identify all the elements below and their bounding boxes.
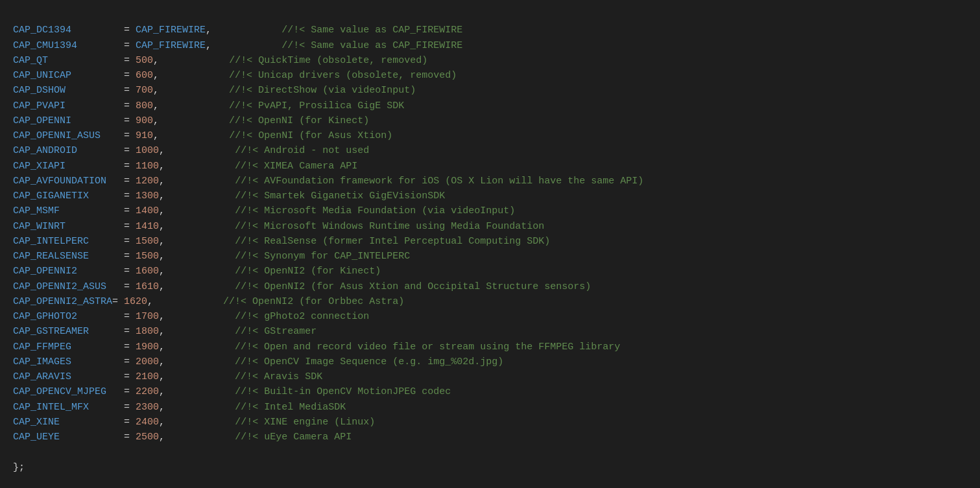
number-value: 910 <box>136 130 153 141</box>
padding <box>66 100 124 111</box>
cap-identifier: CAP_WINRT <box>13 221 66 232</box>
comment-spacing <box>165 371 235 382</box>
comment: //!< Microsoft Media Foundation (via vid… <box>235 205 515 216</box>
operator: = <box>124 386 136 397</box>
comma: , <box>147 296 153 307</box>
comment: //!< Open and record video file or strea… <box>235 342 620 353</box>
cap-identifier: CAP_AVFOUNDATION <box>13 176 106 187</box>
operator: = <box>124 161 136 172</box>
comment: //!< RealSense (former Intel Perceptual … <box>235 236 550 247</box>
number-value: 500 <box>136 55 153 66</box>
comma: , <box>153 115 159 126</box>
number-value: 1100 <box>136 161 159 172</box>
number-value: 1900 <box>136 342 159 353</box>
padding <box>66 161 124 172</box>
cap-identifier: CAP_OPENNI2_ASTRA <box>13 296 112 307</box>
comment-spacing <box>165 145 235 156</box>
comment: //!< Same value as CAP_FIREWIRE <box>281 40 462 51</box>
cap-identifier: CAP_FFMPEG <box>13 342 71 353</box>
cap-identifier: CAP_DC1394 <box>13 25 71 36</box>
comment-spacing <box>165 236 235 247</box>
cap-identifier: CAP_XINE <box>13 417 60 428</box>
number-value: 1610 <box>136 281 159 292</box>
padding <box>71 356 124 367</box>
number-value: 600 <box>136 70 153 81</box>
comment: //!< OpenNI (for Asus Xtion) <box>229 130 392 141</box>
code-line: CAP_OPENCV_MJPEG = 2200, //!< Built-in O… <box>13 384 967 399</box>
comma: , <box>159 191 165 202</box>
cap-identifier: CAP_OPENNI_ASUS <box>13 130 101 141</box>
padding <box>77 266 124 277</box>
comment: //!< Smartek Giganetix GigEVisionSDK <box>235 191 445 202</box>
padding <box>89 251 124 262</box>
comma: , <box>159 251 165 262</box>
comment: //!< PvAPI, Prosilica GigE SDK <box>229 100 404 111</box>
code-line: CAP_OPENNI_ASUS = 910, //!< OpenNI (for … <box>13 128 967 143</box>
comment-spacing <box>165 326 235 337</box>
padding <box>89 191 124 202</box>
comma: , <box>159 145 165 156</box>
comment-spacing <box>159 115 229 126</box>
number-value: 700 <box>136 85 153 96</box>
operator: = <box>124 85 136 96</box>
comment: //!< OpenNI2 (for Kinect) <box>235 266 381 277</box>
number-value: 2200 <box>136 386 159 397</box>
comment: //!< OpenNI2 (for Asus Xtion and Occipit… <box>235 281 591 292</box>
cap-identifier: CAP_DSHOW <box>13 85 66 96</box>
comma: , <box>159 176 165 187</box>
code-line: CAP_QT = 500, //!< QuickTime (obsolete, … <box>13 53 967 68</box>
operator: = <box>124 145 136 156</box>
code-line: CAP_WINRT = 1410, //!< Microsoft Windows… <box>13 219 967 234</box>
operator: = <box>124 281 136 292</box>
code-line: CAP_OPENNI2_ASTRA= 1620, //!< OpenNI2 (f… <box>13 294 967 309</box>
comma: , <box>159 161 165 172</box>
code-line: CAP_INTELPERC = 1500, //!< RealSense (fo… <box>13 234 967 249</box>
operator: = <box>124 311 136 322</box>
comment: //!< AVFoundation framework for iOS (OS … <box>235 176 643 187</box>
number-value: 2000 <box>136 356 159 367</box>
comma: , <box>159 205 165 216</box>
cap-identifier: CAP_QT <box>13 55 48 66</box>
comment: //!< OpenNI (for Kinect) <box>229 115 369 126</box>
comma: , <box>159 221 165 232</box>
operator: = <box>124 100 136 111</box>
comma: , <box>159 326 165 337</box>
comment-spacing <box>165 191 235 202</box>
padding <box>101 130 124 141</box>
comma: , <box>206 25 211 36</box>
code-line: CAP_XIAPI = 1100, //!< XIMEA Camera API <box>13 159 967 174</box>
comment: //!< Intel MediaSDK <box>235 402 346 413</box>
number-value: 1500 <box>136 251 159 262</box>
operator: = <box>124 115 136 126</box>
padding <box>77 311 124 322</box>
operator: = <box>124 251 136 262</box>
code-container: CAP_DC1394 = CAP_FIREWIRE, //!< Same val… <box>13 8 967 488</box>
comment-spacing <box>165 402 235 413</box>
comma: , <box>159 266 165 277</box>
number-value: 900 <box>136 115 153 126</box>
code-line: CAP_OPENNI2_ASUS = 1610, //!< OpenNI2 (f… <box>13 279 967 294</box>
comment: //!< OpenCV Image Sequence (e.g. img_%02… <box>235 356 503 367</box>
code-line: CAP_OPENNI2 = 1600, //!< OpenNI2 (for Ki… <box>13 264 967 279</box>
comma: , <box>159 432 165 443</box>
comment: //!< Synonym for CAP_INTELPERC <box>235 251 410 262</box>
comma: , <box>159 356 165 367</box>
cap-identifier: CAP_OPENNI2_ASUS <box>13 281 106 292</box>
code-line: CAP_GPHOTO2 = 1700, //!< gPhoto2 connect… <box>13 309 967 324</box>
comment-spacing <box>165 342 235 353</box>
padding <box>106 386 124 397</box>
comment-spacing <box>165 386 235 397</box>
comment-spacing <box>159 130 229 141</box>
comment-spacing <box>165 356 235 367</box>
operator: = <box>124 25 136 36</box>
padding <box>71 70 124 81</box>
padding <box>60 432 124 443</box>
padding <box>60 417 124 428</box>
code-line: CAP_AVFOUNDATION = 1200, //!< AVFoundati… <box>13 174 967 189</box>
comma: , <box>159 386 165 397</box>
comment-spacing <box>159 70 229 81</box>
cap-identifier: CAP_REALSENSE <box>13 251 89 262</box>
code-line: CAP_XINE = 2400, //!< XINE engine (Linux… <box>13 415 967 430</box>
code-line: CAP_UEYE = 2500, //!< uEye Camera API <box>13 430 967 445</box>
comment-spacing <box>165 417 235 428</box>
